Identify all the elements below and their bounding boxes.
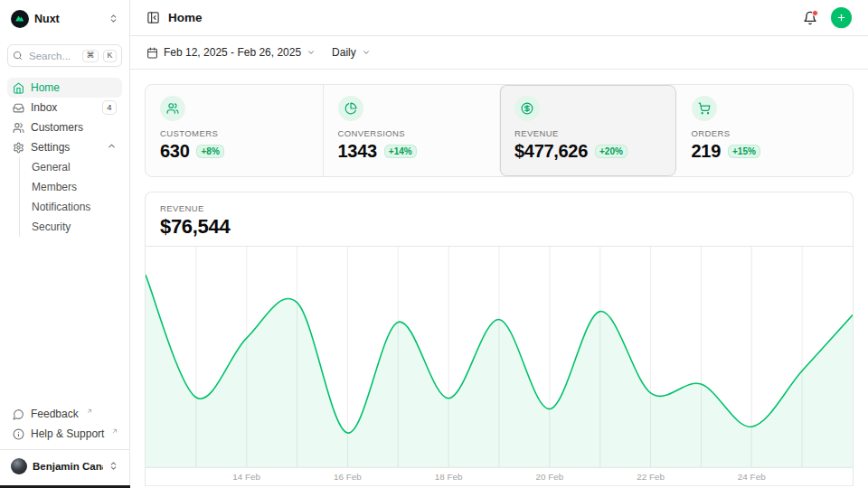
- top-header: Home: [130, 0, 868, 36]
- home-icon: [13, 82, 24, 94]
- chevron-down-icon: [307, 48, 316, 57]
- stat-delta-badge: +20%: [595, 145, 627, 158]
- users-icon: [13, 122, 24, 134]
- sidebar-item-label: Home: [31, 81, 60, 94]
- sidebar-subitem-label: Notifications: [32, 201, 90, 213]
- settings-submenu: General Members Notifications Security: [19, 157, 122, 237]
- dashboard-app: Nuxt ⌘ K Home Inbox 4 Customers: [0, 0, 868, 488]
- period-label: Daily: [332, 46, 356, 59]
- search-box[interactable]: ⌘ K: [7, 44, 122, 67]
- stats-row: CUSTOMERS 630 +8% CONVERSIONS 1343 +14%: [145, 84, 854, 177]
- filters-toolbar: Feb 12, 2025 - Feb 26, 2025 Daily: [130, 36, 868, 70]
- revenue-chart-card: REVENUE $76,544 14 Feb16 Feb18 Feb20 Feb…: [145, 192, 854, 486]
- sidebar-subitem-security[interactable]: Security: [20, 217, 122, 237]
- stat-card-customers[interactable]: CUSTOMERS 630 +8%: [146, 85, 323, 176]
- sidebar-item-feedback[interactable]: Feedback: [7, 404, 122, 424]
- user-name: Benjamin Canac: [33, 461, 103, 472]
- sidebar-item-label: Help & Support: [31, 427, 104, 440]
- kbd-command: ⌘: [82, 50, 99, 62]
- sidebar-item-label: Customers: [31, 121, 83, 134]
- stat-label: CUSTOMERS: [160, 128, 308, 138]
- sidebar: Nuxt ⌘ K Home Inbox 4 Customers: [0, 0, 130, 488]
- team-name: Nuxt: [34, 13, 103, 25]
- revenue-area-chart[interactable]: 14 Feb16 Feb18 Feb20 Feb22 Feb24 Feb: [146, 247, 853, 485]
- svg-text:14 Feb: 14 Feb: [232, 472, 260, 482]
- svg-text:18 Feb: 18 Feb: [435, 472, 463, 482]
- search-icon: [13, 51, 23, 61]
- notifications-button[interactable]: [803, 11, 817, 25]
- users-icon: [166, 102, 179, 115]
- sidebar-subitem-label: Members: [32, 181, 77, 193]
- chat-bubble-icon: [13, 408, 24, 420]
- calendar-icon: [146, 47, 158, 59]
- sidebar-item-help-support[interactable]: Help & Support: [7, 424, 122, 444]
- svg-text:24 Feb: 24 Feb: [738, 472, 766, 482]
- sidebar-item-label: Inbox: [31, 101, 57, 114]
- inbox-count-badge: 4: [102, 100, 117, 114]
- stat-value: 1343: [338, 141, 377, 162]
- chart-plot-area[interactable]: 14 Feb16 Feb18 Feb20 Feb22 Feb24 Feb: [146, 247, 853, 485]
- info-circle-icon: [13, 428, 24, 440]
- date-range-picker[interactable]: Feb 12, 2025 - Feb 26, 2025: [146, 46, 316, 59]
- stat-value: $477,626: [514, 141, 588, 162]
- page-title: Home: [168, 11, 203, 24]
- chart-current-value: $76,544: [160, 215, 838, 239]
- sidebar-item-label: Settings: [31, 141, 70, 154]
- user-menu[interactable]: Benjamin Canac: [7, 455, 122, 478]
- sidebar-item-home[interactable]: Home: [7, 78, 122, 98]
- chevrons-up-down-icon: [108, 11, 118, 27]
- sidebar-nav: Home Inbox 4 Customers Settings General: [7, 78, 122, 237]
- chevron-up-icon: [107, 141, 117, 154]
- pie-chart-icon: [344, 102, 357, 115]
- sidebar-subitem-members[interactable]: Members: [20, 177, 122, 197]
- sidebar-item-inbox[interactable]: Inbox 4: [7, 98, 122, 117]
- stat-delta-badge: +8%: [196, 145, 223, 158]
- cart-icon: [698, 102, 711, 115]
- chevrons-up-down-icon: [108, 458, 118, 474]
- sidebar-item-customers[interactable]: Customers: [7, 117, 122, 137]
- user-avatar: [11, 458, 27, 474]
- sidebar-item-label: Feedback: [31, 408, 79, 420]
- panel-left-close-icon: [146, 11, 160, 24]
- nuxt-logo-icon: [11, 10, 29, 28]
- stat-value: 219: [692, 141, 721, 162]
- chart-kicker: REVENUE: [160, 203, 838, 213]
- stat-card-orders[interactable]: ORDERS 219 +15%: [676, 85, 854, 176]
- sidebar-subitem-label: General: [32, 161, 71, 174]
- stat-label: REVENUE: [514, 128, 662, 138]
- chevron-down-icon: [362, 48, 371, 57]
- sidebar-subitem-general[interactable]: General: [20, 157, 122, 177]
- add-button[interactable]: [831, 7, 852, 28]
- svg-text:16 Feb: 16 Feb: [334, 472, 362, 482]
- plus-icon: [836, 12, 846, 23]
- external-link-icon: [86, 405, 93, 418]
- stat-label: ORDERS: [692, 128, 839, 138]
- stat-delta-badge: +15%: [728, 145, 760, 158]
- stat-card-revenue[interactable]: REVENUE $477,626 +20%: [499, 85, 676, 176]
- main-panel: Home Feb 12, 2025 - Feb 26, 2025 Daily: [130, 0, 868, 488]
- page-content: CUSTOMERS 630 +8% CONVERSIONS 1343 +14%: [130, 70, 868, 488]
- dollar-circle-icon: [521, 102, 533, 115]
- chart-header: REVENUE $76,544: [146, 192, 853, 247]
- sidebar-subitem-label: Security: [32, 221, 71, 233]
- search-input[interactable]: [27, 50, 78, 62]
- sidebar-footer: Feedback Help & Support Benjamin Canac: [7, 404, 122, 481]
- sidebar-subitem-notifications[interactable]: Notifications: [20, 197, 122, 217]
- external-link-icon: [111, 425, 118, 437]
- stat-card-conversions[interactable]: CONVERSIONS 1343 +14%: [323, 85, 500, 176]
- svg-text:22 Feb: 22 Feb: [637, 472, 665, 482]
- notification-dot: [812, 10, 818, 16]
- collapse-sidebar-button[interactable]: [146, 11, 160, 24]
- sidebar-item-settings[interactable]: Settings: [7, 137, 122, 157]
- inbox-icon: [13, 102, 24, 114]
- gear-icon: [13, 142, 24, 154]
- stat-value: 630: [160, 141, 189, 162]
- team-switcher[interactable]: Nuxt: [7, 7, 122, 31]
- svg-text:20 Feb: 20 Feb: [535, 472, 563, 482]
- date-range-label: Feb 12, 2025 - Feb 26, 2025: [164, 46, 301, 59]
- period-select[interactable]: Daily: [332, 46, 371, 59]
- stat-label: CONVERSIONS: [338, 128, 486, 138]
- stat-delta-badge: +14%: [384, 145, 417, 158]
- user-section: Benjamin Canac: [0, 449, 129, 481]
- kbd-k: K: [103, 50, 117, 62]
